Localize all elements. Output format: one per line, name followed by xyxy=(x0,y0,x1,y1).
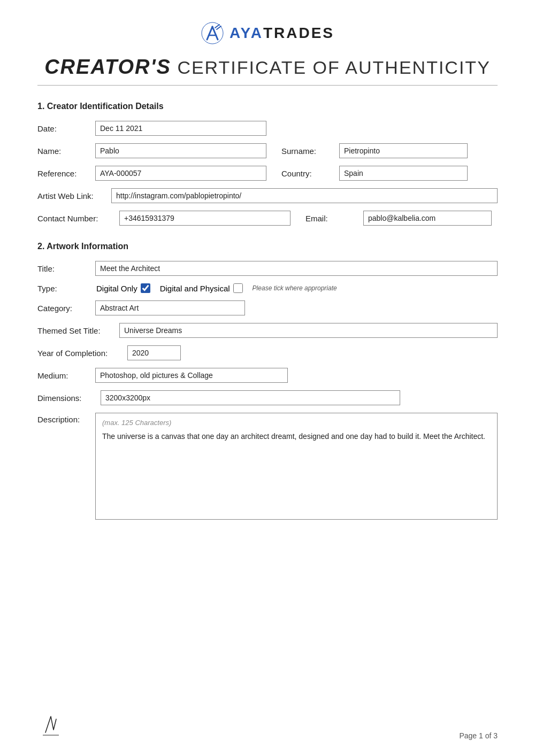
medium-label: Medium: xyxy=(37,371,91,380)
surname-label: Surname: xyxy=(281,146,335,156)
themed-input[interactable] xyxy=(119,323,498,338)
category-input[interactable] xyxy=(95,300,245,315)
date-input[interactable] xyxy=(95,121,266,136)
date-label: Date: xyxy=(37,124,91,133)
description-text: The universe is a canvas that one day an… xyxy=(102,431,491,442)
name-label: Name: xyxy=(37,146,91,156)
country-input[interactable] xyxy=(339,166,468,181)
web-input[interactable] xyxy=(111,188,498,203)
dimensions-label: Dimensions: xyxy=(37,394,96,403)
type-digital-physical-group: Digital and Physical xyxy=(160,283,243,293)
country-label: Country: xyxy=(281,169,335,178)
type-row: Type: Digital Only Digital and Physical … xyxy=(37,283,498,293)
description-box[interactable]: (max. 125 Characters) The universe is a … xyxy=(95,413,498,520)
signature-icon xyxy=(37,711,75,738)
contact-row: Contact Number: Email: xyxy=(37,211,498,226)
logo-light: TRADES xyxy=(263,25,334,41)
page-footer: Page 1 of 3 xyxy=(37,711,498,740)
section-2-heading: 2. Artwork Information xyxy=(37,242,498,251)
signature-area xyxy=(37,711,80,740)
year-input[interactable] xyxy=(127,345,181,360)
digital-only-text: Digital Only xyxy=(96,284,137,293)
artwork-title-row: Title: xyxy=(37,261,498,276)
title-divider xyxy=(37,85,498,86)
logo-area: AYATRADES xyxy=(37,21,498,45)
aya-logo-icon xyxy=(201,21,224,45)
reference-row: Reference: Country: xyxy=(37,166,498,181)
themed-row: Themed Set Title: xyxy=(37,323,498,338)
email-input[interactable] xyxy=(363,211,492,226)
date-row: Date: xyxy=(37,121,498,136)
type-label: Type: xyxy=(37,284,91,293)
description-placeholder: (max. 125 Characters) xyxy=(102,419,491,427)
medium-input[interactable] xyxy=(95,368,288,383)
title-bold-part: CREATOR'S xyxy=(44,56,171,78)
contact-label: Contact Number: xyxy=(37,214,115,223)
type-digital-only-group: Digital Only xyxy=(96,283,150,293)
digital-physical-text: Digital and Physical xyxy=(160,284,230,293)
category-label: Category: xyxy=(37,304,91,313)
name-row: Name: Surname: xyxy=(37,143,498,158)
page-number: Page 1 of 3 xyxy=(459,731,498,740)
tick-note: Please tick where appropriate xyxy=(253,284,337,292)
surname-input[interactable] xyxy=(339,143,468,158)
digital-physical-checkbox[interactable] xyxy=(233,283,243,293)
logo-text: AYATRADES xyxy=(230,25,334,42)
year-label: Year of Completion: xyxy=(37,349,123,358)
title-light-part: CERTIFICATE OF AUTHENTICITY xyxy=(171,57,491,78)
document-title: CREATOR'S CERTIFICATE OF AUTHENTICITY xyxy=(37,56,498,79)
email-label: Email: xyxy=(305,214,359,223)
description-label: Description: xyxy=(37,413,91,424)
section-1-heading: 1. Creator Identification Details xyxy=(37,102,498,111)
contact-input[interactable] xyxy=(119,211,291,226)
category-row: Category: xyxy=(37,300,498,315)
svg-line-1 xyxy=(207,27,212,40)
web-label: Artist Web Link: xyxy=(37,191,107,200)
digital-only-checkbox[interactable] xyxy=(141,283,150,293)
document-page: AYATRADES CREATOR'S CERTIFICATE OF AUTHE… xyxy=(0,0,535,756)
section-1: 1. Creator Identification Details Date: … xyxy=(37,102,498,226)
artwork-title-input[interactable] xyxy=(95,261,498,276)
medium-row: Medium: xyxy=(37,368,498,383)
svg-point-0 xyxy=(202,22,223,44)
name-input[interactable] xyxy=(95,143,266,158)
dimensions-row: Dimensions: xyxy=(37,390,498,405)
web-row: Artist Web Link: xyxy=(37,188,498,203)
reference-input[interactable] xyxy=(95,166,266,181)
dimensions-input[interactable] xyxy=(101,390,400,405)
logo-bold: AYA xyxy=(230,25,263,41)
year-row: Year of Completion: xyxy=(37,345,498,360)
section-2: 2. Artwork Information Title: Type: Digi… xyxy=(37,242,498,520)
artwork-title-label: Title: xyxy=(37,264,91,273)
themed-label: Themed Set Title: xyxy=(37,326,115,335)
reference-label: Reference: xyxy=(37,169,91,178)
description-row: Description: (max. 125 Characters) The u… xyxy=(37,413,498,520)
